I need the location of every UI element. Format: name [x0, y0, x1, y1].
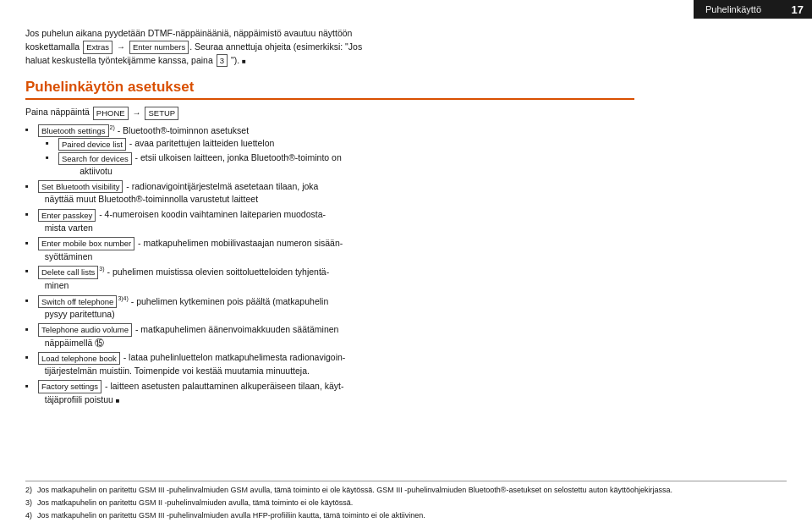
- header-page: 17: [792, 3, 804, 16]
- footnote-num-2: 2): [25, 485, 34, 496]
- sup-34: 3)4): [118, 295, 128, 301]
- main-content: Jos puhelun aikana pyydetään DTMF-näppäi…: [25, 19, 787, 528]
- list-item: Bluetooth settings2) - Bluetooth®-toimin…: [25, 124, 634, 179]
- phone-btn: PHONE: [93, 107, 129, 119]
- intro-line4-end: ").: [231, 55, 239, 65]
- num-button: 3: [217, 54, 228, 67]
- footnote-item: 2) Jos matkapuhelin on paritettu GSM III…: [25, 485, 787, 496]
- footnote-num-3: 3): [25, 498, 34, 509]
- factory-settings-btn: Factory settings: [38, 380, 102, 393]
- search-for-devices-btn: Search for devices: [58, 152, 132, 165]
- bluetooth-settings-text: - Bluetooth®-toiminnon asetukset: [118, 124, 249, 135]
- intro-line4: haluat keskustella työntekijämme kanssa,…: [25, 55, 213, 65]
- section-heading: Puhelinkäytön asetukset: [25, 79, 634, 100]
- sub-list: Paired device list - avaa paritettujen l…: [46, 137, 634, 178]
- intro-line1: Jos puhelun aikana pyydetään DTMF-näppäi…: [25, 28, 352, 38]
- list-item: Factory settings - laitteen asetusten pa…: [25, 380, 634, 407]
- telephone-audio-volume-btn: Telephone audio volume: [38, 323, 132, 336]
- intro-paragraph: Jos puhelun aikana pyydetään DTMF-näppäi…: [25, 27, 634, 67]
- bluetooth-settings-btn: Bluetooth settings: [38, 124, 109, 137]
- footnote-text-4: Jos matkapuhelin on paritettu GSM III -p…: [37, 510, 787, 521]
- list-item: Enter mobile box number - matkapuhelimen…: [25, 237, 634, 264]
- header-bar: Puhelinkäyttö 17: [694, 0, 812, 19]
- enter-passkey-btn: Enter passkey: [38, 209, 96, 222]
- sup-2: 2): [110, 124, 115, 130]
- paired-device-list-text: - avaa paritettujen laitteiden luettelon: [129, 138, 275, 148]
- delete-call-lists-btn: Delete call lists: [38, 266, 98, 278]
- enter-numbers-button: Enter numbers: [129, 41, 189, 53]
- list-item: Delete call lists3) - puhelimen muistiss…: [25, 265, 634, 292]
- footnotes-section: 2) Jos matkapuhelin on paritettu GSM III…: [25, 481, 787, 523]
- paina-pre: Paina näppäintä: [25, 107, 90, 118]
- footnote-item: 4) Jos matkapuhelin on paritettu GSM III…: [25, 510, 787, 521]
- main-list: Bluetooth settings2) - Bluetooth®-toimin…: [25, 124, 634, 407]
- list-item: Telephone audio volume - matkapuhelimen …: [25, 323, 634, 350]
- footnote-num-4: 4): [25, 510, 34, 521]
- header-title: Puhelinkäyttö: [705, 4, 761, 14]
- end-square-intro: ■: [242, 58, 246, 65]
- footnote-text-2: Jos matkapuhelin on paritettu GSM III -p…: [37, 485, 787, 496]
- sub-list-item: Search for devices - etsii ulkoisen lait…: [46, 151, 634, 179]
- sub-list-item: Paired device list - avaa paritettujen l…: [46, 137, 634, 151]
- content-section: Paina näppäintä PHONE → SETUP Bluetooth …: [25, 107, 634, 406]
- list-item: Switch off telephone3)4) - puhelimen kyt…: [25, 294, 634, 322]
- list-item: Set Bluetooth visibility - radionavigoin…: [25, 180, 634, 207]
- footnote-item: 3) Jos matkapuhelin on paritettu GSM II …: [25, 498, 787, 509]
- paina-line: Paina näppäintä PHONE → SETUP: [25, 107, 634, 119]
- list-item: Enter passkey - 4-numeroisen koodin vaih…: [25, 208, 634, 235]
- switch-off-telephone-btn: Switch off telephone: [38, 295, 117, 308]
- intro-line2-pre: koskettamalla: [25, 41, 80, 52]
- footnote-text-3: Jos matkapuhelin on paritettu GSM II -pu…: [37, 498, 787, 509]
- extras-button: Extras: [83, 41, 112, 53]
- end-square-factory: ■: [116, 397, 120, 404]
- enter-mobile-box-number-btn: Enter mobile box number: [38, 237, 134, 250]
- load-telephone-book-btn: Load telephone book: [38, 352, 120, 365]
- paired-device-list-btn: Paired device list: [58, 138, 126, 151]
- paina-arrow: →: [133, 108, 141, 118]
- list-item: Load telephone book - lataa puhelinluett…: [25, 351, 634, 378]
- arrow1: →: [117, 42, 125, 52]
- set-bluetooth-visibility-btn: Set Bluetooth visibility: [38, 180, 123, 193]
- intro-line3: Seuraa annettuja ohjeita (esimerkiksi: "…: [195, 41, 362, 52]
- setup-btn: SETUP: [145, 107, 178, 119]
- sup-3: 3): [99, 266, 104, 272]
